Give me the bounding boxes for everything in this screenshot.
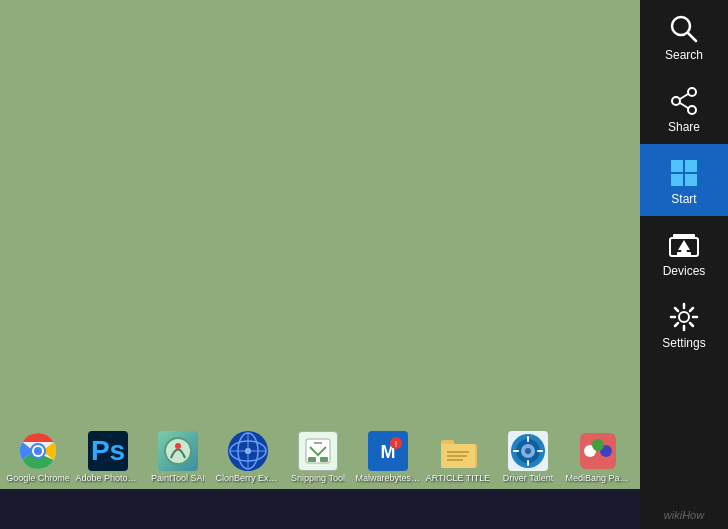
desktop-icon-label-article: ARTICLE TITLE bbox=[426, 473, 491, 484]
charm-settings-label: Settings bbox=[662, 336, 705, 350]
charm-start[interactable]: Start bbox=[640, 144, 728, 216]
desktop: Google Chrome Ps Adobe Photosho... Paint… bbox=[0, 0, 728, 529]
charms-bar: Search Share Start bbox=[640, 0, 728, 529]
desktop-icon-painttool[interactable]: PaintTool SAI bbox=[144, 431, 212, 484]
desktop-icon-drivertalent[interactable]: Driver Talent bbox=[494, 431, 562, 484]
svg-rect-30 bbox=[537, 450, 543, 452]
svg-rect-61 bbox=[677, 252, 691, 256]
desktop-icon-snipping[interactable]: Snipping Tool bbox=[284, 431, 352, 484]
start-icon bbox=[669, 158, 699, 188]
settings-icon bbox=[669, 302, 699, 332]
desktop-icon-label-chrome: Google Chrome bbox=[6, 473, 70, 484]
svg-point-51 bbox=[688, 88, 696, 96]
desktop-icon-label-driver: Driver Talent bbox=[503, 473, 553, 484]
svg-text:!: ! bbox=[395, 439, 398, 449]
desktop-icon-label-clonberry: ClonBerry Explorer II... bbox=[216, 473, 281, 484]
svg-point-5 bbox=[175, 443, 181, 449]
svg-rect-57 bbox=[685, 160, 697, 172]
svg-rect-56 bbox=[671, 160, 683, 172]
charm-start-label: Start bbox=[671, 192, 696, 206]
svg-point-52 bbox=[672, 97, 680, 105]
taskbar: ▲ ⊟ ◉ ▣ bbox=[0, 489, 728, 529]
desktop-icon-clonberry[interactable]: ClonBerry Explorer II... bbox=[214, 431, 282, 484]
charm-search-label: Search bbox=[665, 48, 703, 62]
desktop-icon-article[interactable]: ARTICLE TITLE bbox=[424, 431, 492, 484]
svg-line-50 bbox=[688, 33, 696, 41]
desktop-icon-photoshop[interactable]: Ps Adobe Photosho... bbox=[74, 431, 142, 484]
svg-rect-14 bbox=[308, 457, 316, 462]
svg-rect-29 bbox=[513, 450, 519, 452]
desktop-icon-chrome[interactable]: Google Chrome bbox=[4, 431, 72, 484]
svg-point-4 bbox=[165, 438, 191, 464]
search-icon bbox=[669, 14, 699, 44]
svg-point-64 bbox=[679, 312, 689, 322]
share-icon bbox=[669, 86, 699, 116]
svg-point-3 bbox=[34, 447, 42, 455]
charm-devices[interactable]: Devices bbox=[640, 216, 728, 288]
desktop-icon-label-malware: Malwarebytes Anti-Malware bbox=[356, 473, 421, 484]
desktop-icon-label-ps: Adobe Photosho... bbox=[76, 473, 141, 484]
charm-devices-label: Devices bbox=[663, 264, 706, 278]
charm-settings[interactable]: Settings bbox=[640, 288, 728, 360]
svg-rect-28 bbox=[527, 460, 529, 466]
desktop-icon-label-snipping: Snipping Tool bbox=[291, 473, 345, 484]
desktop-icon-medibang[interactable]: MediBang Paint Pro bbox=[564, 431, 632, 484]
svg-rect-58 bbox=[671, 174, 683, 186]
svg-rect-15 bbox=[320, 457, 328, 462]
svg-point-26 bbox=[525, 448, 531, 454]
svg-line-55 bbox=[680, 103, 688, 108]
desktop-icons-container: Google Chrome Ps Adobe Photosho... Paint… bbox=[4, 431, 728, 484]
svg-point-34 bbox=[592, 439, 604, 451]
charm-share[interactable]: Share bbox=[640, 72, 728, 144]
svg-point-53 bbox=[688, 106, 696, 114]
wikihow-watermark: wikiHow bbox=[664, 509, 704, 529]
svg-rect-27 bbox=[527, 436, 529, 442]
charm-share-label: Share bbox=[668, 120, 700, 134]
desktop-icon-malwarebytes[interactable]: M ! Malwarebytes Anti-Malware bbox=[354, 431, 422, 484]
svg-line-54 bbox=[680, 94, 688, 99]
devices-icon bbox=[669, 230, 699, 260]
svg-rect-62 bbox=[673, 234, 695, 238]
svg-rect-63 bbox=[681, 250, 687, 252]
desktop-icon-label-paint: PaintTool SAI bbox=[151, 473, 205, 484]
charm-search[interactable]: Search bbox=[640, 0, 728, 72]
svg-rect-59 bbox=[685, 174, 697, 186]
desktop-icon-label-medibang: MediBang Paint Pro bbox=[566, 473, 631, 484]
